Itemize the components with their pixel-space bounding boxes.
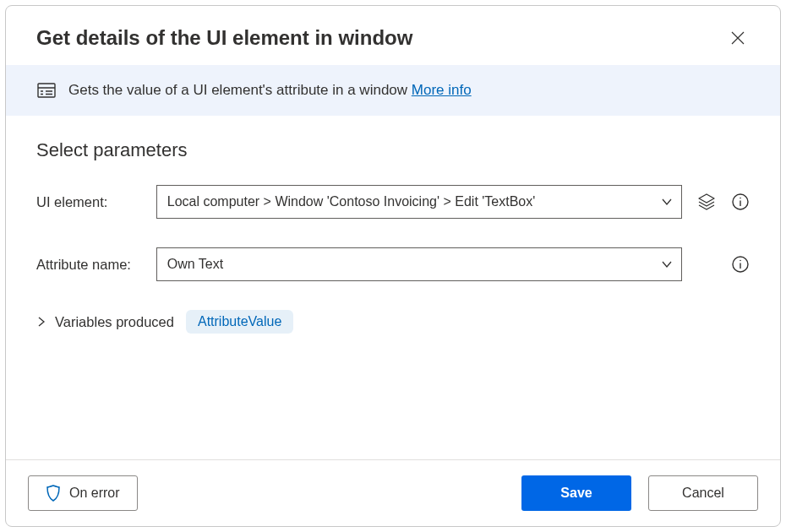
dialog-footer: On error Save Cancel [6,459,780,526]
close-icon [731,31,745,45]
chevron-right-icon [36,317,46,327]
variables-produced-row: Variables produced AttributeValue [36,310,750,334]
dialog: Get details of the UI element in window … [5,5,781,527]
chevron-down-icon [661,258,673,270]
ui-element-label: UI element: [36,194,156,210]
save-button[interactable]: Save [521,475,631,511]
cancel-button[interactable]: Cancel [648,475,758,511]
details-list-icon [36,80,57,100]
attribute-name-label: Attribute name: [36,257,156,273]
ui-element-value: Local computer > Window 'Contoso Invoici… [167,194,536,209]
attribute-name-help-button[interactable] [731,255,750,274]
variable-chip[interactable]: AttributeValue [186,310,293,334]
dialog-body: Select parameters UI element: Local comp… [6,116,780,459]
svg-point-7 [740,198,741,199]
ui-element-help-button[interactable] [731,193,750,211]
close-button[interactable] [726,26,750,50]
footer-actions: Save Cancel [521,475,758,511]
chevron-down-icon [661,196,673,208]
on-error-label: On error [69,486,120,501]
on-error-button[interactable]: On error [28,475,138,511]
ui-element-row: UI element: Local computer > Window 'Con… [36,185,750,219]
ui-element-picker-button[interactable] [697,193,716,211]
attribute-name-dropdown[interactable]: Own Text [156,247,682,281]
ui-element-dropdown[interactable]: Local computer > Window 'Contoso Invoici… [156,185,682,219]
attribute-name-value: Own Text [167,257,223,272]
svg-rect-0 [38,84,55,97]
info-more-link[interactable]: More info [412,82,472,98]
attribute-name-actions [697,255,750,274]
layers-icon [697,193,716,211]
variables-produced-toggle[interactable]: Variables produced [36,314,174,330]
shield-icon [46,485,61,502]
dialog-header: Get details of the UI element in window [6,6,780,65]
dialog-title: Get details of the UI element in window [36,26,412,50]
variables-produced-label: Variables produced [55,314,174,330]
info-bar: Gets the value of a UI element's attribu… [6,65,780,116]
section-title: Select parameters [36,139,750,161]
info-description: Gets the value of a UI element's attribu… [68,82,472,99]
ui-element-actions [697,193,750,211]
svg-point-10 [740,260,741,262]
attribute-name-row: Attribute name: Own Text [36,247,750,281]
info-icon [731,193,750,211]
info-icon [731,255,750,274]
